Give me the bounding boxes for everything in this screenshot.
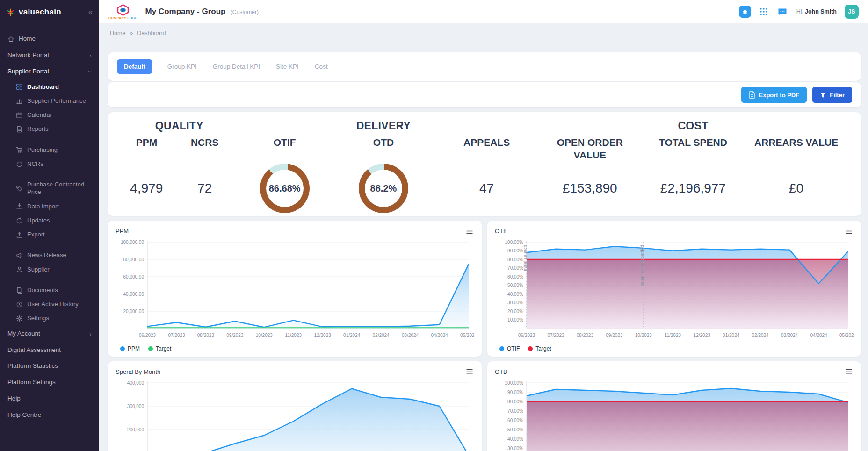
chart-menu-icon[interactable] [465,368,474,376]
sidebar-item-supplier[interactable]: Supplier [0,263,99,277]
sidebar-item-digital-assessment[interactable]: Digital Assessment [0,342,99,358]
svg-text:12/2023: 12/2023 [314,333,332,338]
chart-menu-icon[interactable] [844,227,854,235]
sidebar-item-platform-settings[interactable]: Platform Settings [0,374,99,391]
sidebar-item-label: Home [19,35,92,43]
user-name: John Smith [805,8,837,15]
svg-text:11/2023: 11/2023 [285,333,302,338]
otd-donut: 88.2% [359,164,408,213]
import-icon [16,203,23,210]
price-icon [16,185,23,192]
legend-item-target[interactable]: Target [148,345,171,352]
sidebar-item-platform-statistics[interactable]: Platform Statistics [0,358,99,374]
sidebar-item-label: Supplier [27,266,92,273]
sidebar-item-label: Platform Settings [7,379,92,387]
sidebar-item-supplier-portal[interactable]: Supplier Portal› [0,64,99,80]
chart-menu-icon[interactable] [465,227,474,235]
apps-grid-icon[interactable] [758,6,770,18]
sidebar-item-data-import[interactable]: Data Import [0,200,99,214]
sidebar-item-reports[interactable]: Reports [0,122,99,136]
tab-group-detail-kpi[interactable]: Group Detail KPI [212,59,261,74]
export-to-pdf-button[interactable]: Export to PDF [741,87,807,103]
tab-group-kpi[interactable]: Group KPI [166,59,198,74]
sidebar-item-help-centre[interactable]: Help Centre [0,407,99,423]
tab-site-kpi[interactable]: Site KPI [275,59,300,74]
sidebar-collapse-button[interactable]: « [88,8,93,16]
kpi-value: £153,890 [563,163,617,214]
sidebar-item-label: Supplier Portal [7,68,85,76]
legend-dot [499,346,504,351]
sidebar-item-settings[interactable]: Settings [0,311,99,325]
kpi-appeals: APPEALS 47 [435,136,538,214]
sidebar-item-ncrs[interactable]: NCRs [0,157,99,171]
sidebar-item-label: Network Portal [7,51,85,59]
sidebar-item-documents[interactable]: Documents [0,283,99,297]
home-icon [7,36,14,43]
sidebar-item-dashboard[interactable]: Dashboard [0,80,99,94]
svg-text:300,000: 300,000 [127,404,145,409]
svg-text:06/2023: 06/2023 [139,333,156,338]
avatar[interactable]: JS [845,5,859,19]
kpi-value: £0 [789,163,803,214]
svg-text:09/2023: 09/2023 [606,333,623,338]
legend-item-target[interactable]: Target [528,345,551,352]
app-logo[interactable]: valuechain [19,7,61,17]
ppm-chart-legend: PPMTarget [116,343,474,354]
history-icon [16,301,23,308]
chart-menu-icon[interactable] [844,368,854,376]
sidebar-item-purchasing[interactable]: Purchasing [0,143,99,157]
company-logo[interactable]: COMPANY LOGO [108,4,138,20]
sidebar-item-calendar[interactable]: Calendar [0,108,99,122]
header-actions: Hi,John Smith JS [739,5,859,19]
filter-button[interactable]: Filter [812,87,852,103]
performance-icon [16,98,23,105]
sidebar-item-label: User Active History [27,301,92,308]
sidebar-item-label: Purchase Contracted Price [27,181,92,196]
breadcrumb-home[interactable]: Home [110,30,125,36]
otd-chart-card: OTD 100.00%90.00%80.00%70.00%60.00%50.00… [487,361,861,451]
kpi-label: ARREARS VALUE [754,136,838,163]
breadcrumb-separator: » [130,30,133,36]
legend-item-otif[interactable]: OTIF [499,345,520,352]
svg-text:05/2024: 05/2024 [460,333,474,338]
sidebar-item-home[interactable]: Home [0,31,99,47]
svg-text:200,000: 200,000 [127,427,145,432]
sidebar-item-supplier-performance[interactable]: Supplier Performance [0,94,99,108]
svg-text:50.00%: 50.00% [507,283,523,288]
kpi-label: NCRS [191,136,219,163]
tab-cost[interactable]: Cost [314,59,329,74]
group-header-quality: QUALITY [121,120,238,132]
svg-text:07/2023: 07/2023 [547,333,564,338]
svg-text:80.00%: 80.00% [507,257,523,262]
sidebar-item-export[interactable]: Export [0,228,99,242]
svg-text:01/2024: 01/2024 [343,333,361,338]
sidebar-item-label: Supplier Performance [27,97,92,105]
sidebar-item-news-release[interactable]: News Release [0,248,99,262]
sidebar-item-help[interactable]: Help [0,391,99,407]
svg-text:40.00%: 40.00% [507,437,523,442]
svg-text:40,000.00: 40,000.00 [123,292,145,297]
kpi-summary-card: QUALITY DELIVERY COST PPM 4,979 NCRS 72 … [108,112,861,216]
sidebar-item-updates[interactable]: Updates [0,214,99,228]
kpi-tabs: DefaultGroup KPIGroup Detail KPISite KPI… [108,52,861,81]
sidebar: valuechain « HomeNetwork Portal›Supplier… [0,0,99,451]
svg-text:Suppliers onboarded: Suppliers onboarded [639,245,644,286]
ppm-chart-card: PPM 100,000.0080,000.0060,000.0040,000.0… [108,221,482,357]
sidebar-item-purchase-contracted-price[interactable]: Purchase Contracted Price [0,178,99,200]
sidebar-item-network-portal[interactable]: Network Portal› [0,47,99,64]
sidebar-item-my-account[interactable]: My Account› [0,326,99,342]
tab-default[interactable]: Default [117,59,152,74]
svg-text:60,000.00: 60,000.00 [123,274,145,279]
sidebar-item-label: My Account [7,330,85,338]
svg-text:09/2023: 09/2023 [226,333,244,338]
valuechain-logo-icon [7,8,14,16]
chart-title: OTIF [495,228,509,235]
kpi-arrears-value: ARREARS VALUE £0 [745,136,848,214]
sidebar-item-label: News Release [27,251,92,259]
svg-text:04/2024: 04/2024 [431,333,448,338]
svg-text:70.00%: 70.00% [507,265,523,271]
sidebar-item-user-active-history[interactable]: User Active History [0,297,99,311]
legend-item-ppm[interactable]: PPM [120,345,140,352]
chat-icon[interactable] [776,6,788,18]
home-app-icon[interactable] [739,6,751,18]
